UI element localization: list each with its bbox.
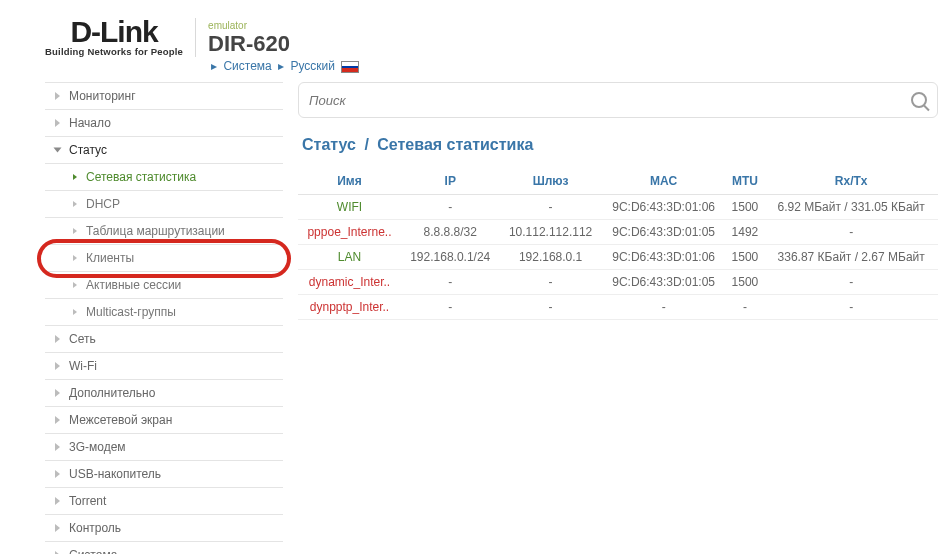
cell-mac: 9C:D6:43:3D:01:06 — [602, 195, 726, 220]
chevron-icon — [55, 92, 60, 100]
cell-rxtx: - — [764, 295, 938, 320]
cell-rxtx: 336.87 КБайт / 2.67 МБайт — [764, 245, 938, 270]
table-row[interactable]: LAN192.168.0.1/24192.168.0.19C:D6:43:3D:… — [298, 245, 938, 270]
cell-mac: 9C:D6:43:3D:01:05 — [602, 220, 726, 245]
nav-item-label: Статус — [69, 143, 107, 157]
page-title: Статус / Сетевая статистика — [298, 136, 938, 154]
table-row[interactable]: dynpptp_Inter..----- — [298, 295, 938, 320]
table-row[interactable]: dynamic_Inter..--9C:D6:43:3D:01:051500- — [298, 270, 938, 295]
nav-item[interactable]: Сетевая статистика — [45, 164, 283, 191]
nav-item[interactable]: Контроль — [45, 515, 283, 542]
nav-item[interactable]: Межсетевой экран — [45, 407, 283, 434]
col-mac[interactable]: MAC — [602, 168, 726, 195]
table-row[interactable]: WIFI--9C:D6:43:3D:01:0615006.92 МБайт / … — [298, 195, 938, 220]
cell-name: WIFI — [298, 195, 401, 220]
cell-mtu: 1500 — [726, 195, 765, 220]
flag-ru-icon[interactable] — [341, 61, 359, 73]
nav-item-label: Начало — [69, 116, 111, 130]
nav-item[interactable]: 3G-модем — [45, 434, 283, 461]
nav-item[interactable]: Активные сессии — [45, 272, 283, 299]
nav-item[interactable]: Дополнительно — [45, 380, 283, 407]
cell-mtu: - — [726, 295, 765, 320]
nav-item-label: Дополнительно — [69, 386, 155, 400]
chevron-icon — [55, 335, 60, 343]
table-header-row: Имя IP Шлюз MAC MTU Rx/Tx — [298, 168, 938, 195]
cell-rxtx: 6.92 МБайт / 331.05 КБайт — [764, 195, 938, 220]
chevron-icon — [55, 362, 60, 370]
cell-mac: 9C:D6:43:3D:01:06 — [602, 245, 726, 270]
cell-ip: - — [401, 270, 500, 295]
chevron-icon: ▸ — [278, 59, 284, 73]
header-links: ▸ Система ▸ Русский — [208, 59, 359, 73]
cell-gw: - — [499, 295, 601, 320]
cell-rxtx: - — [764, 220, 938, 245]
cell-name: LAN — [298, 245, 401, 270]
cell-gw: 192.168.0.1 — [499, 245, 601, 270]
brand-tagline: Building Networks for People — [45, 46, 183, 57]
nav-item-label: DHCP — [86, 197, 120, 211]
chevron-icon — [73, 174, 77, 180]
nav-item-label: Multicast-группы — [86, 305, 176, 319]
nav-item[interactable]: Клиенты — [45, 245, 283, 272]
nav-item[interactable]: Multicast-группы — [45, 299, 283, 326]
cell-ip: 8.8.8.8/32 — [401, 220, 500, 245]
nav-item[interactable]: DHCP — [45, 191, 283, 218]
nav-item[interactable]: Мониторинг — [45, 83, 283, 110]
nav-item[interactable]: Начало — [45, 110, 283, 137]
nav-item-label: Сеть — [69, 332, 96, 346]
nav-item[interactable]: Сеть — [45, 326, 283, 353]
cell-rxtx: - — [764, 270, 938, 295]
chevron-icon — [54, 148, 62, 153]
nav-item-label: Клиенты — [86, 251, 134, 265]
cell-gw: - — [499, 270, 601, 295]
cell-gw: - — [499, 195, 601, 220]
cell-ip: - — [401, 195, 500, 220]
col-mtu[interactable]: MTU — [726, 168, 765, 195]
link-language[interactable]: Русский — [290, 59, 335, 73]
cell-ip: 192.168.0.1/24 — [401, 245, 500, 270]
chevron-icon: ▸ — [211, 59, 217, 73]
nav-item[interactable]: Система — [45, 542, 283, 554]
search-box[interactable] — [298, 82, 938, 118]
table-row[interactable]: pppoe_Interne..8.8.8.8/3210.112.112.1129… — [298, 220, 938, 245]
cell-mac: - — [602, 295, 726, 320]
nav-item[interactable]: Статус — [45, 137, 283, 164]
cell-mtu: 1492 — [726, 220, 765, 245]
chevron-icon — [55, 416, 60, 424]
link-system[interactable]: Система — [223, 59, 271, 73]
nav-item-label: Контроль — [69, 521, 121, 535]
stats-table: Имя IP Шлюз MAC MTU Rx/Tx WIFI--9C:D6:43… — [298, 168, 938, 320]
chevron-icon — [73, 282, 77, 288]
chevron-icon — [55, 470, 60, 478]
col-rxtx[interactable]: Rx/Tx — [764, 168, 938, 195]
search-icon[interactable] — [911, 92, 927, 108]
header: D-Link Building Networks for People emul… — [0, 0, 950, 82]
chevron-icon — [55, 497, 60, 505]
search-input[interactable] — [309, 93, 911, 108]
cell-ip: - — [401, 295, 500, 320]
cell-name: dynpptp_Inter.. — [298, 295, 401, 320]
chevron-icon — [55, 443, 60, 451]
breadcrumb-page: Сетевая статистика — [377, 136, 533, 153]
nav-item[interactable]: Wi-Fi — [45, 353, 283, 380]
breadcrumb-section: Статус — [302, 136, 356, 153]
cell-mtu: 1500 — [726, 245, 765, 270]
nav-item[interactable]: USB-накопитель — [45, 461, 283, 488]
nav-item[interactable]: Torrent — [45, 488, 283, 515]
chevron-icon — [73, 255, 77, 261]
col-ip[interactable]: IP — [401, 168, 500, 195]
cell-name: pppoe_Interne.. — [298, 220, 401, 245]
nav-item-label: USB-накопитель — [69, 467, 161, 481]
nav-item[interactable]: Таблица маршрутизации — [45, 218, 283, 245]
col-gateway[interactable]: Шлюз — [499, 168, 601, 195]
nav-item-label: 3G-модем — [69, 440, 126, 454]
nav-item-label: Таблица маршрутизации — [86, 224, 225, 238]
chevron-icon — [55, 389, 60, 397]
model-block: emulator DIR-620 ▸ Система ▸ Русский — [208, 18, 359, 73]
emulator-label: emulator — [208, 20, 359, 31]
chevron-icon — [55, 119, 60, 127]
nav-item-label: Torrent — [69, 494, 106, 508]
model-name: DIR-620 — [208, 31, 359, 57]
col-name[interactable]: Имя — [298, 168, 401, 195]
nav-item-label: Межсетевой экран — [69, 413, 172, 427]
